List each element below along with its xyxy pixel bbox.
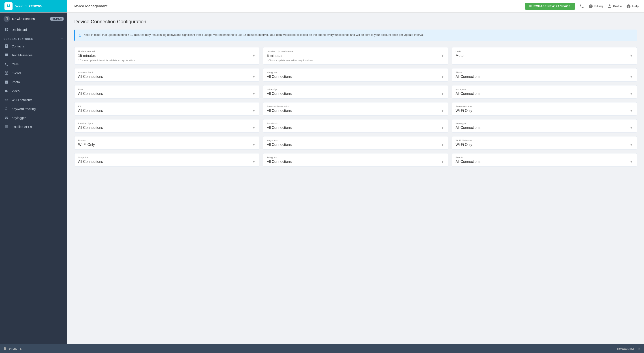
config-item-kik[interactable]: Kik All Connections ▼ [74, 102, 259, 116]
close-bottombar-button[interactable]: ✕ [638, 346, 640, 351]
purchase-new-package-button[interactable]: PURCHASE NEW PACKAGE [525, 3, 575, 10]
config-value: All Connections [456, 92, 480, 96]
dropdown-arrow-icon: ▼ [630, 54, 633, 58]
config-select[interactable]: All Connections ▼ [78, 92, 256, 96]
config-value: All Connections [78, 92, 103, 96]
sidebar-item-contacts[interactable]: Contacts [0, 42, 67, 51]
dropdown-arrow-icon: ▼ [441, 109, 444, 113]
config-value: All Connections [78, 109, 103, 113]
config-item-skype[interactable]: Skype All Connections ▼ [452, 68, 637, 82]
bottombar: 34.png ▲ Показати всі ✕ [0, 344, 644, 353]
dropdown-arrow-icon: ▼ [630, 92, 633, 96]
config-select[interactable]: Meter ▼ [456, 54, 633, 58]
dropdown-arrow-icon: ▼ [630, 75, 633, 79]
config-item-snapchat[interactable]: Snapchat All Connections ▼ [74, 153, 259, 167]
config-select[interactable]: All Connections ▼ [78, 126, 256, 130]
config-item-update-interval[interactable]: Update Interval 15 minutes ▼ * Choose up… [74, 47, 259, 65]
general-features-header: GENERAL FEATURES [0, 34, 67, 42]
config-value: All Connections [78, 126, 103, 130]
config-value: All Connections [456, 160, 480, 164]
dropdown-arrow-icon: ▼ [630, 160, 633, 164]
dropdown-arrow-icon: ▼ [252, 92, 256, 96]
config-label: Keywords [267, 139, 444, 142]
topbar-logo: M Your id: 7358260 [0, 0, 67, 12]
config-select[interactable]: All Connections ▼ [267, 109, 444, 113]
sidebar-item-wifi-networks[interactable]: Wi-Fi networks [0, 96, 67, 104]
dropdown-arrow-icon: ▼ [252, 126, 256, 130]
config-select[interactable]: Wi-Fi Only ▼ [456, 143, 633, 147]
config-label: Address Book [78, 71, 256, 74]
config-select[interactable]: 5 minutes ▼ [267, 54, 444, 58]
sidebar-item-label-dashboard: Dashboard [12, 28, 27, 32]
sidebar-item-video[interactable]: Video [0, 86, 67, 96]
topbar: M Your id: 7358260 Device Management PUR… [0, 0, 644, 12]
call-action[interactable] [580, 4, 584, 8]
bottombar-right: Показати всі ✕ [617, 346, 640, 351]
config-note: * Choose update interval for all data ex… [78, 59, 256, 62]
config-item-address-book[interactable]: Address Book All Connections ▼ [74, 68, 259, 82]
config-item-hangouts[interactable]: Hangouts All Connections ▼ [263, 68, 448, 82]
premium-badge: PREMIUM [50, 17, 64, 20]
config-item-wi-fi-networks[interactable]: Wi-Fi Networks Wi-Fi Only ▼ [452, 136, 637, 150]
config-item-whatsapp[interactable]: WhatsApp All Connections ▼ [263, 85, 448, 99]
config-select[interactable]: All Connections ▼ [78, 160, 256, 164]
sidebar-item-keylogger[interactable]: Keylogger [0, 114, 67, 122]
bottombar-chevron-icon[interactable]: ▲ [19, 347, 22, 350]
help-action[interactable]: Help [626, 4, 639, 8]
config-select[interactable]: All Connections ▼ [78, 109, 256, 113]
dropdown-arrow-icon: ▼ [630, 143, 633, 147]
sidebar-item-events[interactable]: Events [0, 69, 67, 78]
sidebar-item-label-wifi-networks: Wi-Fi networks [12, 98, 32, 102]
sidebar-item-label-photo: Photo [12, 80, 20, 84]
sidebar: S7 with Screens PREMIUM Dashboard GENERA… [0, 12, 67, 344]
dropdown-arrow-icon: ▼ [252, 109, 256, 113]
config-value: All Connections [78, 75, 103, 79]
billing-action[interactable]: Billing [588, 4, 602, 8]
config-label: Wi-Fi Networks [456, 139, 633, 142]
sidebar-item-text-messages[interactable]: Text Messages [0, 51, 67, 60]
help-label: Help [632, 4, 639, 8]
dropdown-arrow-icon: ▼ [630, 109, 633, 113]
dropdown-arrow-icon: ▼ [441, 126, 444, 130]
config-select[interactable]: 15 minutes ▼ [78, 54, 256, 58]
config-select[interactable]: All Connections ▼ [267, 126, 444, 130]
config-item-line[interactable]: Line All Connections ▼ [74, 85, 259, 99]
sidebar-item-keyword-tracking[interactable]: Keyword tracking [0, 104, 67, 114]
config-item-keywords[interactable]: Keywords All Connections ▼ [263, 136, 448, 150]
sidebar-item-calls[interactable]: Calls [0, 60, 67, 69]
config-select[interactable]: All Connections ▼ [456, 75, 633, 79]
config-label: Telegram [267, 156, 444, 159]
config-item-instagram[interactable]: Instagram All Connections ▼ [452, 85, 637, 99]
config-item-location-update-interval[interactable]: Location Update Interval 5 minutes ▼ * C… [263, 47, 448, 65]
profile-action[interactable]: Profile [607, 4, 622, 8]
config-select[interactable]: All Connections ▼ [456, 126, 633, 130]
config-select[interactable]: All Connections ▼ [456, 92, 633, 96]
config-item-telegram[interactable]: Telegram All Connections ▼ [263, 153, 448, 167]
sidebar-item-installed-apps[interactable]: Installed APPs [0, 122, 67, 131]
config-item-photos[interactable]: Photos Wi-Fi Only ▼ [74, 136, 259, 150]
config-label: Line [78, 88, 256, 91]
config-select[interactable]: All Connections ▼ [267, 160, 444, 164]
config-select[interactable]: All Connections ▼ [456, 160, 633, 164]
config-item-browser-bookmarks[interactable]: Browser Bookmarks All Connections ▼ [263, 102, 448, 116]
config-item-facebook[interactable]: Facebook All Connections ▼ [263, 119, 448, 133]
config-value: All Connections [267, 160, 292, 164]
config-item-screenrecorder[interactable]: Screenrecorder Wi-Fi Only ▼ [452, 102, 637, 116]
config-label: Location Update Interval [267, 50, 444, 53]
show-all-button[interactable]: Показати всі [617, 347, 634, 350]
info-box-text: Keep in mind, that update interval 5-10 … [84, 33, 424, 38]
config-label: Events [456, 156, 633, 159]
main-content: Device Connection Configuration ℹ Keep i… [67, 12, 644, 344]
config-select[interactable]: All Connections ▼ [267, 75, 444, 79]
sidebar-item-photo[interactable]: Photo [0, 78, 67, 86]
sidebar-item-dashboard[interactable]: Dashboard [0, 25, 67, 34]
config-item-installed-apps[interactable]: Installed Apps All Connections ▼ [74, 119, 259, 133]
config-select[interactable]: All Connections ▼ [78, 75, 256, 79]
config-item-keylogger[interactable]: Keylogger All Connections ▼ [452, 119, 637, 133]
config-select[interactable]: All Connections ▼ [267, 92, 444, 96]
config-select[interactable]: Wi-Fi Only ▼ [78, 143, 256, 147]
config-item-units[interactable]: Units Meter ▼ [452, 47, 637, 65]
config-select[interactable]: All Connections ▼ [267, 143, 444, 147]
config-item-events[interactable]: Events All Connections ▼ [452, 153, 637, 167]
config-select[interactable]: Wi-Fi Only ▼ [456, 109, 633, 113]
